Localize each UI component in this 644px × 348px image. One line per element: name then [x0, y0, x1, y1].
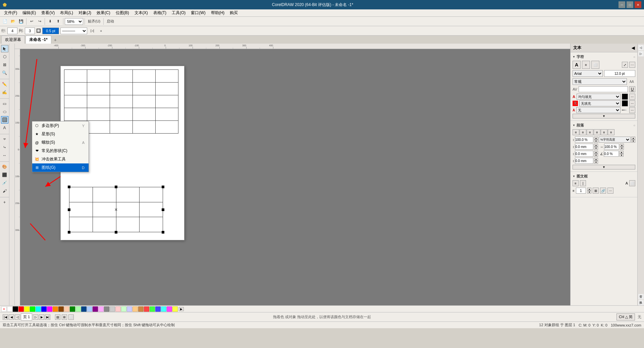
- scale-down[interactable]: ▼: [620, 147, 624, 150]
- interactive-fill[interactable]: 🖌: [1, 187, 8, 195]
- zoom-select[interactable]: 58% 100% 200%: [65, 18, 83, 25]
- para-expand-button[interactable]: ▼: [573, 165, 635, 169]
- menu-effects[interactable]: 效果(C): [94, 9, 113, 16]
- tab-welcome[interactable]: 欢迎屏幕: [1, 36, 25, 44]
- fill-more-button[interactable]: ···: [629, 94, 635, 100]
- view-mode-btn-2[interactable]: ⊞: [62, 314, 67, 320]
- menu-item-shapes[interactable]: ❤ 常见的形状(C): [32, 147, 89, 155]
- line-spacing-up[interactable]: ▲: [594, 137, 598, 140]
- add-page-btn[interactable]: +: [1, 199, 8, 206]
- handle-tr[interactable]: [162, 186, 164, 188]
- text-tool[interactable]: A: [1, 124, 8, 132]
- ch-key-button[interactable]: CH △ 简: [616, 313, 635, 320]
- palette-color-2[interactable]: [18, 306, 24, 312]
- font-expand-button[interactable]: ▼: [573, 114, 635, 118]
- before-para-up[interactable]: ▲: [594, 144, 598, 147]
- align-right-button[interactable]: ≡: [587, 129, 593, 135]
- align-justify-button[interactable]: ≡: [594, 129, 600, 135]
- palette-color-9[interactable]: [58, 306, 64, 312]
- line-spacing-input[interactable]: [575, 137, 593, 143]
- add-col-button[interactable]: +: [97, 27, 105, 35]
- panel-collapse-icon[interactable]: ◀: [632, 46, 635, 50]
- color-eyedrop[interactable]: 💉: [1, 179, 8, 187]
- palette-color-27[interactable]: [161, 306, 166, 312]
- handle-bl[interactable]: [68, 231, 70, 234]
- tab-document[interactable]: 未命名 -1*: [25, 36, 51, 44]
- before-para-input[interactable]: [575, 144, 593, 150]
- line-size-input[interactable]: [42, 28, 59, 34]
- page-prev2-button[interactable]: ◁: [15, 314, 20, 320]
- palette-color-11[interactable]: [70, 306, 75, 312]
- above-char-down[interactable]: ▼: [594, 161, 598, 164]
- text-type-A[interactable]: A: [573, 61, 581, 69]
- snap-button[interactable]: 贴齐(U): [86, 18, 102, 25]
- menu-bitmap[interactable]: 位图(B): [113, 9, 132, 16]
- redo-button[interactable]: ↪: [36, 18, 43, 25]
- after-para-down[interactable]: ▼: [594, 154, 598, 157]
- above-char-up[interactable]: ▲: [594, 158, 598, 161]
- launch-button[interactable]: 启动: [105, 18, 116, 25]
- palette-scroll-right[interactable]: ▶: [179, 307, 184, 311]
- nofill-type-select[interactable]: 无填充: [579, 100, 621, 106]
- tab-add-button[interactable]: +: [52, 36, 59, 44]
- menu-text[interactable]: 文本(X): [132, 9, 151, 16]
- palette-color-23[interactable]: [138, 306, 144, 312]
- palette-color-1[interactable]: [13, 306, 18, 312]
- tf-more-button[interactable]: ···: [607, 188, 613, 194]
- palette-color-15[interactable]: [93, 306, 98, 312]
- skew-down[interactable]: ▼: [620, 154, 624, 157]
- palette-color-20[interactable]: [121, 306, 126, 312]
- palette-color-4[interactable]: [30, 306, 35, 312]
- smart-tool[interactable]: ✍: [1, 89, 8, 96]
- menu-view[interactable]: 查看(V): [39, 9, 57, 16]
- color-none[interactable]: ×: [1, 306, 7, 312]
- skew-up[interactable]: ▲: [620, 151, 624, 154]
- save-button[interactable]: 💾: [17, 18, 25, 25]
- spacing-unit-down[interactable]: ▼: [631, 140, 635, 143]
- palette-color-17[interactable]: [104, 306, 109, 312]
- underline-button[interactable]: U: [629, 86, 635, 92]
- handle-br[interactable]: [162, 231, 164, 234]
- palette-color-28[interactable]: [167, 306, 172, 312]
- palette-color-6[interactable]: [41, 306, 47, 312]
- font-name-select[interactable]: Arial: [573, 70, 603, 77]
- tf-frame-icon[interactable]: ⬜: [629, 180, 635, 186]
- menu-table[interactable]: 表格(T): [151, 9, 169, 16]
- far-right-btn-3[interactable]: 变: [638, 294, 644, 299]
- new-button[interactable]: 📄: [1, 18, 9, 25]
- tf-cols-up[interactable]: ▲: [587, 188, 591, 191]
- import-button[interactable]: ⬇: [46, 18, 54, 25]
- tf-grid-icon[interactable]: ⊞: [593, 188, 599, 194]
- align-force-button[interactable]: ≡: [601, 129, 607, 135]
- minimize-button[interactable]: ─: [619, 1, 625, 8]
- page-last-button[interactable]: ▶|: [45, 314, 50, 320]
- palette-color-7[interactable]: [47, 306, 52, 312]
- open-button[interactable]: 📂: [9, 18, 17, 25]
- nofill-color-swatch[interactable]: [622, 100, 628, 106]
- align-left-button[interactable]: ≡: [573, 129, 579, 135]
- menu-layout[interactable]: 布局(L): [57, 9, 76, 16]
- options-icon[interactable]: ⋯: [629, 62, 635, 68]
- menu-edit[interactable]: 编辑(E): [20, 9, 39, 16]
- measure-tool[interactable]: ↔: [1, 152, 8, 159]
- page-prev-button[interactable]: ◀: [9, 314, 14, 320]
- far-right-btn-1[interactable]: ◁: [638, 45, 644, 50]
- tf-cols-input[interactable]: [576, 188, 586, 194]
- outline-more-button[interactable]: ···: [629, 107, 635, 113]
- menu-item-grid[interactable]: ⊞ 图纸(G) D: [32, 163, 89, 172]
- undo-button[interactable]: ↩: [28, 18, 35, 25]
- menu-file[interactable]: 文件(F): [1, 9, 20, 16]
- menu-item-spiral[interactable]: @ 螺纹(S) A: [32, 138, 89, 147]
- collapse-icon[interactable]: ▼: [573, 55, 575, 58]
- close-button[interactable]: ✕: [635, 1, 641, 8]
- tf-icon-1[interactable]: ≡: [573, 180, 579, 186]
- canvas-scroll-area[interactable]: ✕ ⬡: [20, 49, 570, 305]
- scale-up[interactable]: ▲: [620, 144, 624, 147]
- fill-type-select[interactable]: 均匀填充: [577, 94, 621, 100]
- char-spacing-input[interactable]: [579, 86, 628, 92]
- row-input[interactable]: [7, 28, 17, 34]
- expand-icon[interactable]: ⤢: [622, 62, 628, 68]
- menu-object[interactable]: 对象(J): [76, 9, 94, 16]
- palette-color-12[interactable]: [75, 306, 81, 312]
- palette-color-24[interactable]: [144, 306, 149, 312]
